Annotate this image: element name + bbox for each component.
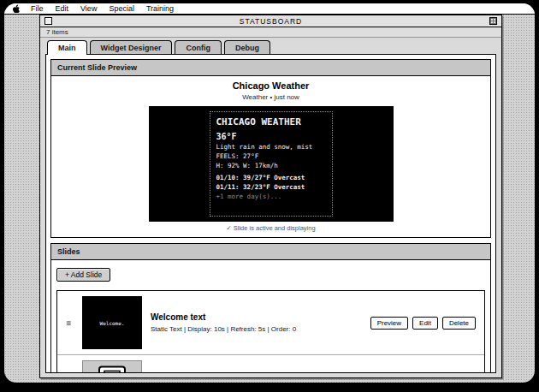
weather-temp: 36°F [216, 132, 329, 141]
slides-section-header: Slides [51, 244, 490, 260]
preview-slide-meta: Weather • just now [51, 93, 490, 101]
tab-main[interactable]: Main [47, 40, 87, 55]
tab-debug[interactable]: Debug [224, 40, 270, 54]
main-tab-panel: Current Slide Preview Chicago Weather We… [45, 54, 496, 373]
menu-training[interactable]: Training [140, 3, 180, 14]
weather-humidity-wind: H: 92% W: 17km/h [216, 161, 329, 170]
drag-handle-icon[interactable]: ≡ [64, 318, 74, 328]
weather-condition: Light rain and snow, mist [216, 142, 329, 151]
tab-widget-designer[interactable]: Widget Designer [90, 40, 173, 54]
current-slide-preview-section: Current Slide Preview Chicago Weather We… [50, 59, 491, 238]
window-title-bar[interactable]: STATUSBOARD [40, 15, 501, 27]
window-title: STATUSBOARD [240, 17, 303, 26]
close-box-icon[interactable] [44, 17, 52, 25]
slides-section: Slides + Add Slide ≡ Welcome. Welcome te… [50, 243, 491, 373]
slide-row-welcome-text: ≡ Welcome. Welcome text Static Text | Di… [57, 291, 484, 354]
menu-view[interactable]: View [74, 3, 103, 14]
items-count-bar: 7 items [40, 27, 501, 38]
delete-button[interactable]: Delete [442, 317, 476, 330]
slide-title: Welcome text [151, 312, 362, 322]
preview-slide-title: Chicago Weather [51, 80, 490, 92]
statusboard-window: STATUSBOARD 7 items Main Widget Designer… [39, 15, 502, 378]
weather-preview-display: CHICAGO WEATHER 36°F Light rain and snow… [149, 106, 394, 222]
preview-section-header: Current Slide Preview [51, 60, 490, 76]
menu-special[interactable]: Special [103, 3, 140, 14]
slide-list: ≡ Welcome. Welcome text Static Text | Di… [56, 290, 485, 373]
weather-feels: FEELS: 27°F [216, 151, 329, 161]
tab-config[interactable]: Config [175, 40, 222, 54]
tab-strip: Main Widget Designer Config Debug [40, 38, 501, 54]
menu-file[interactable]: File [25, 3, 50, 14]
weather-forecast-day1: 01/10: 39/27°F Overcast [216, 173, 329, 182]
desktop: File Edit View Special Training STATUSBO… [4, 3, 535, 383]
weather-title: CHICAGO WEATHER [216, 116, 329, 128]
classic-mac-icon [97, 365, 127, 373]
thumbnail-text: Welcome. [100, 320, 125, 326]
slide-actions: Preview Edit Delete [370, 317, 477, 330]
slide-info: Welcome text Static Text | Display: 10s … [151, 312, 362, 333]
preview-content: Chicago Weather Weather • just now CHICA… [51, 76, 490, 237]
weather-forecast-day2: 01/11: 32/23°F Overcast [216, 182, 329, 192]
slide-thumbnail-mac-man [82, 360, 142, 373]
add-slide-button[interactable]: + Add Slide [56, 268, 110, 282]
slide-meta: Static Text | Display: 10s | Refresh: 5s… [151, 325, 362, 333]
slides-content: + Add Slide ≡ Welcome. Welcome text Stat… [51, 260, 490, 373]
preview-button[interactable]: Preview [370, 317, 408, 330]
slide-active-status: ✓ Slide is active and displaying [51, 224, 490, 232]
zoom-box-icon[interactable] [489, 17, 497, 25]
weather-more-days: +1 more day(s)... [216, 192, 329, 201]
edit-button[interactable]: Edit [412, 317, 438, 330]
apple-menu-icon[interactable] [12, 4, 20, 13]
items-count: 7 items [46, 28, 68, 36]
weather-widget: CHICAGO WEATHER 36°F Light rain and snow… [210, 111, 333, 217]
menu-edit[interactable]: Edit [50, 3, 75, 14]
slide-thumbnail-welcome: Welcome. [82, 296, 142, 349]
menu-bar: File Edit View Special Training [4, 3, 535, 15]
slide-row-mac-man: ≡ [57, 354, 484, 373]
